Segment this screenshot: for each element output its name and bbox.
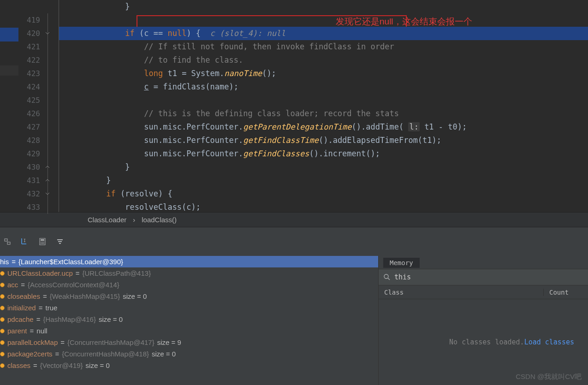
code-line[interactable]: sun.misc.PerfCounter.getFindClasses().in…	[59, 147, 588, 160]
svg-line-15	[388, 278, 390, 280]
col-count[interactable]: Count	[544, 289, 588, 296]
field-icon	[0, 294, 5, 299]
fold-toggle-icon[interactable]	[45, 178, 50, 183]
svg-point-9	[42, 243, 43, 244]
chevron-right-icon: ›	[133, 216, 135, 224]
code-editor: 4194204214224234244254264274284294304314…	[0, 0, 588, 212]
evaluate-expression-icon[interactable]: I	[18, 234, 32, 249]
code-line[interactable]: }	[59, 0, 588, 13]
code-line[interactable]: long t1 = System.nanoTime();	[59, 67, 588, 80]
code-line[interactable]: if (c == null) { c (slot_4): null	[59, 27, 588, 40]
line-number[interactable]: 423	[18, 67, 44, 80]
svg-rect-0	[5, 239, 7, 241]
code-line[interactable]: // to find the class.	[59, 53, 588, 67]
calculator-icon[interactable]	[35, 234, 50, 249]
search-icon	[383, 273, 391, 281]
line-number[interactable]: 429	[18, 147, 44, 160]
fold-toggle-icon[interactable]	[45, 30, 50, 36]
code-line[interactable]: sun.misc.PerfCounter.getFindClassTime().…	[59, 134, 588, 147]
fold-toggle-icon[interactable]	[45, 164, 50, 170]
code-line[interactable]	[59, 94, 588, 107]
memory-pane: Memory this Class Count No classes loade…	[378, 256, 588, 385]
svg-point-10	[43, 243, 44, 244]
variable-row[interactable]: pdcache = {HashMap@416} size = 0	[0, 314, 378, 325]
line-number[interactable]: 420	[18, 27, 44, 40]
svg-rect-11	[57, 239, 63, 240]
code-line[interactable]: if (resolve) {	[59, 187, 588, 201]
line-number[interactable]: 428	[18, 134, 44, 147]
line-number[interactable]: 430	[18, 160, 44, 174]
debug-toolbar: I	[0, 227, 588, 256]
line-gutter[interactable]: 4194204214224234244254264274284294304314…	[18, 0, 44, 212]
execution-marker	[0, 28, 18, 41]
line-number[interactable]: 427	[18, 120, 44, 134]
code-content[interactable]: 发现它还是null，这会结束会报一个 异常，被AppClassLoader给ca…	[59, 0, 588, 212]
variables-pane[interactable]: his = {Launcher$ExtClassLoader@390}URLCl…	[0, 256, 378, 385]
svg-rect-13	[59, 243, 61, 244]
line-number[interactable]	[18, 0, 44, 13]
line-number[interactable]: 422	[18, 53, 44, 67]
field-icon	[0, 329, 5, 333]
code-line[interactable]: sun.misc.PerfCounter.getParentDelegation…	[59, 120, 588, 134]
field-icon	[0, 317, 5, 322]
line-number[interactable]: 432	[18, 187, 44, 201]
line-number[interactable]: 419	[18, 13, 44, 27]
load-classes-link[interactable]: Load classes	[524, 338, 574, 346]
variable-row[interactable]: acc = {AccessControlContext@414}	[0, 279, 378, 290]
filter-icon[interactable]	[53, 234, 67, 249]
breadcrumb-method[interactable]: loadClass()	[142, 216, 177, 224]
line-number[interactable]: 425	[18, 94, 44, 107]
watermark: CSDN @我就叫CV吧	[516, 373, 582, 381]
line-number[interactable]: 424	[18, 80, 44, 94]
variable-row[interactable]: classes = {Vector@419} size = 0	[0, 360, 378, 371]
field-icon	[0, 352, 5, 356]
breadcrumb[interactable]: ClassLoader › loadClass()	[0, 212, 588, 227]
svg-rect-1	[7, 242, 10, 244]
fold-gutter[interactable]	[44, 0, 58, 212]
svg-point-7	[43, 242, 44, 243]
memory-table-header: Class Count	[379, 285, 588, 299]
code-line[interactable]: // If still not found, then invoke findC…	[59, 40, 588, 53]
variable-row[interactable]: URLClassLoader.ucp = {URLClassPath@413}	[0, 267, 378, 279]
line-number[interactable]: 426	[18, 107, 44, 120]
field-icon	[0, 283, 5, 287]
fold-toggle-icon[interactable]	[45, 191, 50, 196]
variable-row[interactable]: closeables = {WeakHashMap@415} size = 0	[0, 290, 378, 302]
svg-point-14	[384, 274, 388, 278]
code-line[interactable]: }	[59, 160, 588, 174]
variable-row[interactable]: parent = null	[0, 325, 378, 337]
variable-row[interactable]: his = {Launcher$ExtClassLoader@390}	[0, 256, 378, 267]
line-number[interactable]: 431	[18, 174, 44, 187]
code-line[interactable]	[59, 13, 588, 27]
memory-tab[interactable]: Memory	[383, 257, 420, 268]
field-icon	[0, 271, 5, 276]
breadcrumb-class[interactable]: ClassLoader	[88, 216, 126, 224]
code-line[interactable]: resolveClass(c);	[59, 201, 588, 212]
svg-text:I: I	[24, 239, 26, 243]
code-line[interactable]: }	[59, 174, 588, 187]
memory-search-input[interactable]: this	[379, 269, 588, 285]
code-line[interactable]: // this is the defining class loader; re…	[59, 107, 588, 120]
code-line[interactable]: c = findClass(name);	[59, 80, 588, 94]
field-icon	[0, 340, 5, 345]
svg-point-5	[41, 242, 42, 243]
left-margin	[0, 0, 18, 212]
line-number[interactable]: 421	[18, 40, 44, 53]
field-icon	[0, 306, 5, 310]
variable-row[interactable]: initialized = true	[0, 302, 378, 314]
svg-point-6	[42, 242, 43, 243]
variable-row[interactable]: package2certs = {ConcurrentHashMap@418} …	[0, 348, 378, 360]
field-icon	[0, 363, 5, 368]
restore-layout-icon[interactable]	[0, 234, 15, 249]
variable-row[interactable]: parallelLockMap = {ConcurrentHashMap@417…	[0, 337, 378, 348]
svg-rect-4	[41, 239, 44, 241]
svg-point-8	[41, 243, 42, 244]
svg-rect-12	[58, 241, 62, 242]
debug-panel: I his = {Launcher$ExtClassLoader@390}URL…	[0, 227, 588, 385]
col-class[interactable]: Class	[379, 289, 544, 296]
